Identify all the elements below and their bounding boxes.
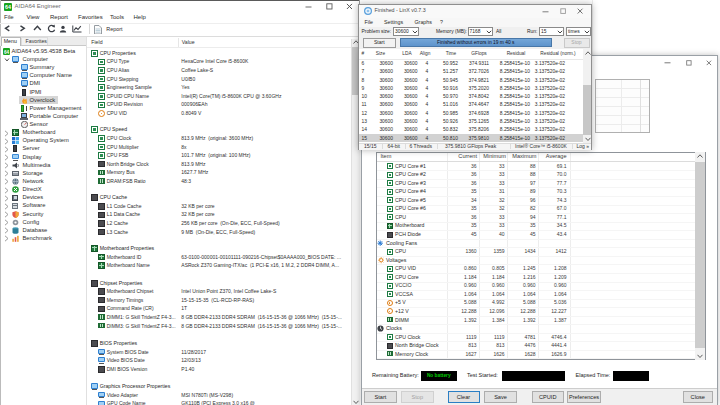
svg-text:64: 64 — [5, 4, 11, 10]
svg-text:64: 64 — [4, 49, 10, 54]
